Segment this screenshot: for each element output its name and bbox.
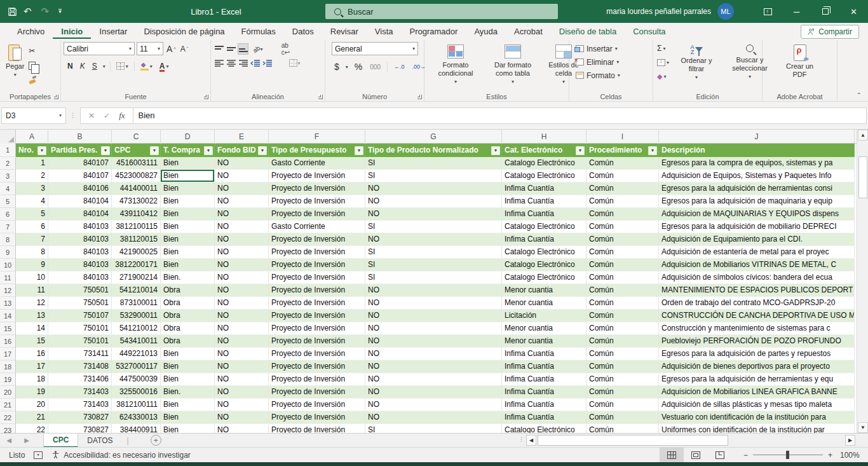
cell-C21[interactable]: 3812100111 bbox=[112, 399, 161, 411]
row-header-5[interactable]: 5 bbox=[0, 195, 16, 208]
cell-J14[interactable]: CONSTRUCCIÓN DE CANCHA DEPORTIVA DE USO … bbox=[659, 310, 855, 322]
column-header-E[interactable]: E bbox=[215, 130, 269, 144]
cell-E15[interactable]: NO bbox=[215, 322, 269, 335]
cell-A8[interactable]: 7 bbox=[16, 233, 48, 246]
cell-G20[interactable]: NO bbox=[365, 386, 502, 399]
alignment-dialog-launcher-icon[interactable] bbox=[318, 95, 323, 99]
cell-J8[interactable]: Adquisición de Equipamiento para el CDI. bbox=[659, 233, 855, 246]
row-header-1[interactable]: 1 bbox=[0, 144, 16, 157]
cell-H11[interactable]: Catalogo Electrónico bbox=[502, 271, 587, 284]
zoom-level[interactable]: 100% bbox=[840, 451, 868, 460]
enter-icon[interactable]: ✓ bbox=[104, 111, 110, 120]
ribbon-tab-archivo[interactable]: Archivo bbox=[9, 24, 53, 39]
cell-I5[interactable]: Común bbox=[587, 195, 659, 208]
cell-A11[interactable]: 10 bbox=[16, 271, 48, 284]
cell-F21[interactable]: Proyecto de Inversión bbox=[269, 399, 365, 411]
horizontal-splitter[interactable]: ⋮ bbox=[519, 436, 525, 442]
row-header-11[interactable]: 11 bbox=[0, 271, 16, 284]
column-header-I[interactable]: I bbox=[587, 130, 659, 144]
cell-F6[interactable]: Proyecto de Inversión bbox=[269, 208, 365, 221]
cell-B8[interactable]: 840103 bbox=[48, 233, 112, 246]
cell-A5[interactable]: 4 bbox=[16, 195, 48, 208]
page-break-view-button[interactable] bbox=[708, 448, 732, 463]
cell-D14[interactable]: Obra bbox=[161, 310, 215, 322]
cell-G14[interactable]: NO bbox=[365, 310, 502, 322]
cell-J20[interactable]: Adquisicion de Mobiliarios LINEA GRAFICA… bbox=[659, 386, 855, 399]
cell-I22[interactable]: Común bbox=[587, 411, 659, 424]
cell-H21[interactable]: Infima Cuantía bbox=[502, 399, 587, 411]
table-header-A[interactable]: Nro.▼ bbox=[16, 144, 48, 157]
cell-B17[interactable]: 731411 bbox=[48, 348, 112, 360]
cell-A7[interactable]: 6 bbox=[16, 221, 48, 233]
cell-G3[interactable]: SI bbox=[365, 170, 502, 182]
cell-E7[interactable]: NO bbox=[215, 221, 269, 233]
cell-C15[interactable]: 541210012 bbox=[112, 322, 161, 335]
formula-bar-splitter[interactable]: ⋮ bbox=[66, 112, 80, 119]
cell-H16[interactable]: Menor cuantia bbox=[502, 335, 587, 348]
percent-button[interactable]: % bbox=[353, 60, 363, 73]
vertical-scrollbar[interactable]: ▲ ▼ bbox=[857, 130, 868, 433]
cell-H10[interactable]: Catalogo Electrónico bbox=[502, 259, 587, 271]
row-header-3[interactable]: 3 bbox=[0, 170, 16, 182]
cell-G7[interactable]: SI bbox=[365, 221, 502, 233]
column-header-G[interactable]: G bbox=[365, 130, 502, 144]
cell-F12[interactable]: Proyecto de Inversión bbox=[269, 284, 365, 297]
cell-B2[interactable]: 840107 bbox=[48, 157, 112, 170]
cell-A12[interactable]: 11 bbox=[16, 284, 48, 297]
redo-button[interactable]: ↷▾ bbox=[41, 6, 53, 17]
cell-H9[interactable]: Catalogo Electrónico bbox=[502, 246, 587, 259]
cell-F23[interactable]: Proyecto de Inversión bbox=[269, 424, 365, 433]
cell-I8[interactable]: Común bbox=[587, 233, 659, 246]
increase-font-button[interactable]: A^ bbox=[165, 43, 177, 55]
vertical-scroll-thumb[interactable] bbox=[858, 156, 867, 198]
ribbon-tab-revisar[interactable]: Revisar bbox=[322, 24, 367, 39]
table-header-H[interactable]: Cat. Electrónico▼ bbox=[502, 144, 587, 157]
cell-A10[interactable]: 9 bbox=[16, 259, 48, 271]
cell-C23[interactable]: 384400911 bbox=[112, 424, 161, 433]
cell-B5[interactable]: 840104 bbox=[48, 195, 112, 208]
cell-F4[interactable]: Proyecto de Inversión bbox=[269, 182, 365, 195]
cell-D10[interactable]: Bien bbox=[161, 259, 215, 271]
row-header-10[interactable]: 10 bbox=[0, 259, 16, 271]
cell-H19[interactable]: Infima Cuantía bbox=[502, 373, 587, 386]
cell-A14[interactable]: 13 bbox=[16, 310, 48, 322]
table-header-E[interactable]: Fondo BID▼ bbox=[215, 144, 269, 157]
row-header-17[interactable]: 17 bbox=[0, 348, 16, 360]
cell-A4[interactable]: 3 bbox=[16, 182, 48, 195]
cell-G15[interactable]: NO bbox=[365, 322, 502, 335]
font-name-select[interactable]: Calibri▾ bbox=[64, 42, 135, 55]
collapse-ribbon-icon[interactable]: ⌃ bbox=[857, 92, 862, 99]
table-header-F[interactable]: Tipo de Presupuesto▼ bbox=[269, 144, 365, 157]
filter-dropdown-icon[interactable]: ▼ bbox=[37, 146, 46, 155]
cell-H4[interactable]: Infima Cuantía bbox=[502, 182, 587, 195]
cell-H7[interactable]: Catalogo Electrónico bbox=[502, 221, 587, 233]
macro-record-icon[interactable] bbox=[34, 451, 43, 459]
cell-C9[interactable]: 421900025 bbox=[112, 246, 161, 259]
ribbon-tab-programador[interactable]: Programador bbox=[402, 24, 466, 39]
row-header-23[interactable]: 23 bbox=[0, 424, 16, 433]
cell-E9[interactable]: NO bbox=[215, 246, 269, 259]
cell-J15[interactable]: Construcción y mantenimiento de sistemas… bbox=[659, 322, 855, 335]
cell-H13[interactable]: Menor cuantia bbox=[502, 297, 587, 310]
cell-F15[interactable]: Proyecto de Inversión bbox=[269, 322, 365, 335]
filter-dropdown-icon[interactable]: ▼ bbox=[101, 146, 110, 155]
cell-E19[interactable]: NO bbox=[215, 373, 269, 386]
cell-A3[interactable]: 2 bbox=[16, 170, 48, 182]
column-header-C[interactable]: C bbox=[112, 130, 161, 144]
zoom-out-button[interactable]: − bbox=[743, 451, 748, 460]
cell-C13[interactable]: 873100011 bbox=[112, 297, 161, 310]
cell-E12[interactable]: NO bbox=[215, 284, 269, 297]
cell-F19[interactable]: Proyecto de Inversión bbox=[269, 373, 365, 386]
cell-E4[interactable]: NO bbox=[215, 182, 269, 195]
cell-J16[interactable]: Puebloviejo PERFORACIÓN DE POZO PROFUNDO bbox=[659, 335, 855, 348]
cell-D2[interactable]: Bien bbox=[161, 157, 215, 170]
cell-J12[interactable]: MANTENIMIENTO DE ESPACIOS PUBLICOS DEPOR… bbox=[659, 284, 855, 297]
cell-F16[interactable]: Proyecto de Inversión bbox=[269, 335, 365, 348]
font-color-button[interactable]: A▾ bbox=[158, 60, 170, 72]
cell-I15[interactable]: Común bbox=[587, 322, 659, 335]
cell-F3[interactable]: Proyecto de Inversión bbox=[269, 170, 365, 182]
cell-D22[interactable]: Bien bbox=[161, 411, 215, 424]
number-format-select[interactable]: General▾ bbox=[332, 42, 418, 55]
cell-C10[interactable]: 3812200171 bbox=[112, 259, 161, 271]
format-as-table-button[interactable]: Dar formato como tabla▾ bbox=[484, 42, 541, 91]
